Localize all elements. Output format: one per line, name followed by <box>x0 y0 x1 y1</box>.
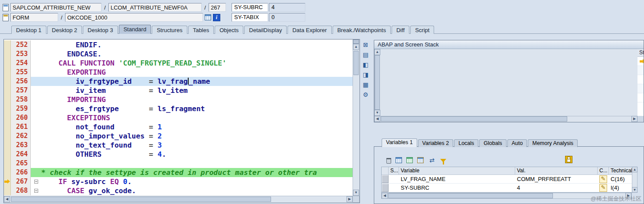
scroll-left-icon[interactable] <box>382 193 388 199</box>
editor-margin[interactable] <box>4 186 11 195</box>
row-selector[interactable] <box>382 175 389 183</box>
trash-icon[interactable] <box>386 158 391 164</box>
variables-column-header[interactable]: Variable <box>399 167 515 174</box>
scroll-up-icon[interactable] <box>632 167 637 172</box>
code-text[interactable]: OTHERS = 4. <box>41 150 353 159</box>
tab-variables-1[interactable]: Variables 1 <box>382 138 417 147</box>
selection-corner[interactable] <box>382 167 389 174</box>
line-number[interactable]: 263 <box>11 141 31 150</box>
scroll-down-icon[interactable] <box>374 110 380 116</box>
code-text[interactable]: CALL FUNCTION 'COM_FRGTYPE_READ_SINGLE' <box>41 59 353 68</box>
tab-memory-analysis[interactable]: Memory Analysis <box>528 139 577 147</box>
variable-value[interactable]: COMM_PRFREEATT <box>515 175 598 183</box>
program-field[interactable] <box>10 3 101 12</box>
line-number[interactable]: 255 <box>11 68 31 77</box>
value-grid-icon[interactable] <box>205 14 211 20</box>
row-selector[interactable] <box>382 184 389 192</box>
editor-margin[interactable] <box>4 141 11 150</box>
detail-icon[interactable]: ▤ <box>362 51 369 59</box>
line-number[interactable]: 267 <box>11 177 31 186</box>
tab-auto[interactable]: Auto <box>507 139 527 147</box>
sys-field-value[interactable]: 0 <box>269 13 305 22</box>
split-handle[interactable] <box>353 39 359 44</box>
editor-margin[interactable] <box>4 59 11 68</box>
code-text[interactable]: CASE gv_ok_code. <box>41 186 353 195</box>
stack-row[interactable]: 1TRANSACTIONCOMM_ATTRSET(COMM... <box>637 93 644 102</box>
fold-marker-icon[interactable] <box>34 180 38 184</box>
line-number[interactable]: 259 <box>11 104 31 113</box>
editor-margin[interactable] <box>4 122 11 132</box>
line-number[interactable]: 261 <box>11 122 31 132</box>
code-text[interactable]: IF sy-subrc EQ 0. <box>41 177 353 186</box>
scroll-left-icon[interactable] <box>374 116 380 122</box>
scroll-left-icon[interactable] <box>4 196 10 202</box>
tab-structures[interactable]: Structures <box>152 26 187 34</box>
tab-standard[interactable]: Standard <box>119 25 151 34</box>
code-text[interactable]: no_text_found = 3 <box>41 141 353 150</box>
scroll-right-icon[interactable] <box>347 196 353 202</box>
tab-variables-2[interactable]: Variables 2 <box>418 139 454 147</box>
split-horizontal-icon[interactable]: ◧ <box>362 61 369 69</box>
tab-desktop-1[interactable]: Desktop 1 <box>11 26 46 34</box>
code-text[interactable]: ENDCASE. <box>41 49 353 59</box>
scroll-down-icon[interactable] <box>353 190 359 196</box>
editor-margin[interactable] <box>4 77 11 86</box>
code-text[interactable]: iv_item = lv_item <box>41 86 353 95</box>
editor-margin[interactable] <box>4 177 11 186</box>
tab-diff[interactable]: Diff <box>392 26 409 34</box>
tab-script[interactable]: Script <box>410 26 434 34</box>
line-number[interactable]: 252 <box>11 40 31 49</box>
code-text[interactable]: no_import_values = 2 <box>41 132 353 141</box>
close-icon[interactable]: ⊠ <box>362 41 369 49</box>
line-number[interactable]: 262 <box>11 132 31 141</box>
scrollbar-thumb[interactable] <box>375 55 380 110</box>
editor-margin[interactable] <box>4 68 11 77</box>
line-number[interactable]: 253 <box>11 49 31 59</box>
tab-globals[interactable]: Globals <box>479 139 506 147</box>
grid-icon[interactable] <box>396 157 402 163</box>
fold-marker-icon[interactable] <box>34 189 38 193</box>
line-number[interactable]: 254 <box>11 59 31 68</box>
editor-margin[interactable] <box>4 49 11 59</box>
editor-margin[interactable] <box>4 113 11 122</box>
scroll-up-icon[interactable] <box>353 44 359 50</box>
include-field[interactable] <box>108 3 202 12</box>
code-text[interactable]: ENDIF. <box>41 40 353 49</box>
code-text[interactable]: iv_frgtype_id = lv_frag_name <box>41 77 353 86</box>
edit-pencil-icon[interactable]: ✎ <box>599 184 607 192</box>
variable-value[interactable]: 4 <box>515 184 598 192</box>
event-field[interactable] <box>10 13 58 22</box>
tab-tables[interactable]: Tables <box>188 26 214 34</box>
editor-margin[interactable] <box>4 159 11 168</box>
editor-margin[interactable] <box>4 150 11 159</box>
swap-icon[interactable]: ⇄ <box>428 156 436 164</box>
line-number[interactable]: 257 <box>11 86 31 95</box>
editor-margin[interactable] <box>4 168 11 177</box>
editor-margin[interactable] <box>4 40 11 49</box>
code-text[interactable]: es_frgtype = ls_fragment <box>41 104 353 113</box>
split-vertical-icon[interactable]: ◨ <box>362 71 369 79</box>
scrollbar-thumb[interactable] <box>353 51 359 75</box>
code-view[interactable]: 252 ENDIF.253 ENDCASE.254 CALL FUNCTION … <box>4 39 353 196</box>
code-text[interactable]: EXCEPTIONS <box>41 113 353 122</box>
editor-margin[interactable] <box>4 95 11 104</box>
stack-row[interactable]: 5FORMOKCODE_1000SAPLCOM_ATTRIBUTE_...LCO… <box>637 57 644 66</box>
code-text[interactable]: * check if the settype is created in pro… <box>41 168 353 177</box>
event-name-field[interactable] <box>65 13 203 22</box>
editor-horizontal-scrollbar[interactable] <box>4 196 353 203</box>
stack-horizontal-scrollbar[interactable] <box>374 116 637 122</box>
code-text[interactable]: EXPORTING <box>41 68 353 77</box>
tab-data-explorer[interactable]: Data Explorer <box>288 26 331 34</box>
scroll-down-icon[interactable] <box>632 187 637 193</box>
stack-row[interactable]: 3PAI MODULEUSER_COMMAND_1000 <box>637 75 644 84</box>
stack-row[interactable]: 4MODULE (PAI)USER_COMMAND_1000SAPLCOM_AT… <box>637 66 644 75</box>
stack-row[interactable]: 2PAI SCREEN1000SAPLCOM_ATTRIBUTE_... <box>637 84 644 93</box>
line-field[interactable] <box>209 3 226 12</box>
variable-row[interactable]: LV_FRAG_NAMECOMM_PRFREEATT✎C(16) <box>382 175 637 184</box>
editor-vertical-scrollbar[interactable] <box>353 39 360 196</box>
variable-name[interactable]: SY-SUBRC <box>399 184 515 192</box>
tab-detaildisplay[interactable]: DetailDisplay <box>244 26 287 34</box>
stack-vertical-scrollbar[interactable] <box>374 49 637 116</box>
edit-pencil-icon[interactable]: ✎ <box>599 175 607 183</box>
variable-name[interactable]: LV_FRAG_NAME <box>399 175 515 183</box>
